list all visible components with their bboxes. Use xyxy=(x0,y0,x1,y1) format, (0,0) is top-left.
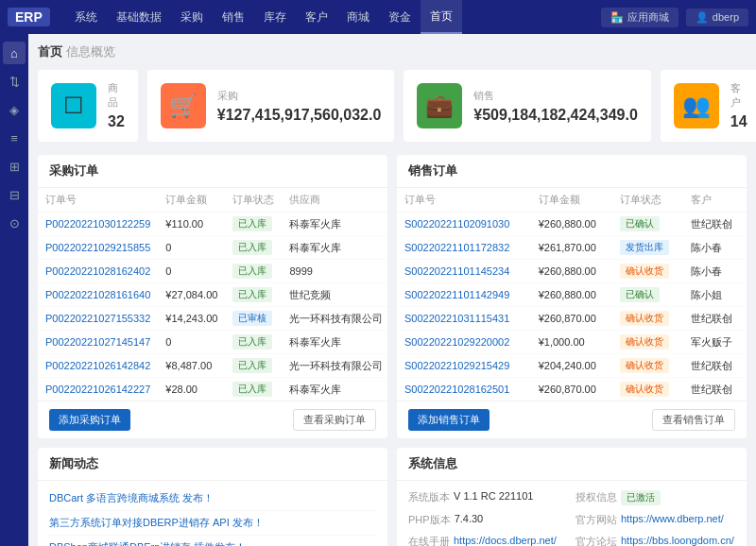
purchase-order-id: P00220221030122259 xyxy=(38,213,158,236)
purchase-col-id: 订单号 xyxy=(38,188,158,213)
sales-order-link[interactable]: S00220221029220002 xyxy=(404,336,509,348)
sidebar-list-icon[interactable]: ≡ xyxy=(3,127,26,149)
purchase-orders-section: 采购订单 订单号 订单金额 订单状态 供应商 P0022 xyxy=(38,155,387,438)
table-row: P00220221026142227 ¥28.00 已入库 科泰军火库 xyxy=(38,378,387,401)
sales-order-status: 发货出库 xyxy=(612,236,684,260)
nav-shop[interactable]: 商城 xyxy=(337,0,379,34)
purchase-order-supplier: 科泰军火库 xyxy=(282,378,387,401)
sidebar-share-icon[interactable]: ⇅ xyxy=(3,70,26,93)
sales-orders-title: 销售订单 xyxy=(397,155,747,188)
nav-base-data[interactable]: 基础数据 xyxy=(107,0,171,34)
purchase-order-status: 已审核 xyxy=(225,307,282,331)
news-link-2[interactable]: 第三方系统订单对接DBERP进销存 API 发布！ xyxy=(49,517,264,528)
purchase-order-id: P00220221027145147 xyxy=(38,331,158,354)
sysinfo-manual-link[interactable]: https://docs.dberp.net/ xyxy=(454,535,557,546)
purchase-order-link[interactable]: P00220221029215855 xyxy=(45,242,150,253)
purchase-col-amount: 订单金额 xyxy=(158,188,225,213)
news-item-1: DBCart 多语言跨境商城系统 发布！ xyxy=(49,486,376,511)
sysinfo-official-label: 官方网站 xyxy=(576,513,617,527)
nav-sales[interactable]: 销售 xyxy=(213,0,254,34)
summary-cards: ☐ 商品 32 🛒 采购 ¥127,415,917,560,032.0 💼 销售… xyxy=(38,70,747,142)
purchase-icon: 🛒 xyxy=(161,83,206,128)
add-sales-btn[interactable]: 添加销售订单 xyxy=(408,409,490,431)
customers-icon: 👥 xyxy=(674,83,719,128)
news-item-2: 第三方系统订单对接DBERP进销存 API 发布！ xyxy=(49,511,376,536)
nav-inventory[interactable]: 库存 xyxy=(254,0,296,34)
sales-order-status: 确认收货 xyxy=(612,260,684,283)
sales-order-link[interactable]: S00220221102091030 xyxy=(404,218,509,230)
purchase-order-id: P00220221028162402 xyxy=(38,260,158,283)
sysinfo-version-value: V 1.1 RC 221101 xyxy=(454,490,533,505)
sales-order-link[interactable]: S00220221101172832 xyxy=(404,242,509,253)
sales-order-status: 确认收货 xyxy=(612,378,684,401)
nav-purchase[interactable]: 采购 xyxy=(171,0,213,34)
purchase-order-link[interactable]: P00220221028162402 xyxy=(45,265,150,277)
view-sales-btn[interactable]: 查看销售订单 xyxy=(652,409,735,431)
store-icon: 🏪 xyxy=(610,11,624,24)
sysinfo-grid: 系统版本 V 1.1 RC 221101 授权信息 已激活 PHP版本 7.4.… xyxy=(397,481,747,546)
sales-orders-table: 订单号 订单金额 订单状态 客户 S00220221102091030 ¥260… xyxy=(397,188,747,401)
sidebar-cart-icon[interactable]: ⊟ xyxy=(3,183,26,206)
sales-order-customer: 世纪联创 xyxy=(683,213,747,236)
sales-order-customer: 世纪联创 xyxy=(683,354,747,378)
status-badge: 已入库 xyxy=(232,264,272,279)
purchase-orders-table-wrap: 订单号 订单金额 订单状态 供应商 P00220221030122259 ¥11… xyxy=(38,188,387,401)
sidebar-search-icon[interactable]: ◈ xyxy=(3,98,26,121)
purchase-order-link[interactable]: P00220221027155332 xyxy=(45,313,150,324)
sales-table-header: 订单号 订单金额 订单状态 客户 xyxy=(397,188,747,213)
sales-order-status: 已确认 xyxy=(612,283,684,307)
purchase-order-link[interactable]: P00220221028161640 xyxy=(45,289,150,300)
purchase-order-amount: 0 xyxy=(158,260,225,283)
nav-system[interactable]: 系统 xyxy=(65,0,107,34)
view-purchase-btn[interactable]: 查看采购订单 xyxy=(293,409,376,431)
table-row: S00220221102091030 ¥260,880.00 已确认 世纪联创 xyxy=(397,213,747,236)
sysinfo-official-link[interactable]: https://www.dberp.net/ xyxy=(621,513,724,527)
table-row: S00220221029220002 ¥1,000.00 确认收货 军火贩子 xyxy=(397,331,747,354)
purchase-order-id: P00220221026142227 xyxy=(38,378,158,401)
table-row: P00220221027145147 0 已入库 科泰军火库 xyxy=(38,331,387,354)
table-row: P00220221028162402 0 已入库 8999 xyxy=(38,260,387,283)
purchase-order-amount: ¥28.00 xyxy=(158,378,225,401)
sales-order-customer: 世纪联创 xyxy=(683,378,747,401)
purchase-order-link[interactable]: P00220221026142227 xyxy=(45,384,150,395)
sysinfo-forum-link[interactable]: https://bbs.loongdom.cn/ xyxy=(621,535,734,546)
nav-finance[interactable]: 资金 xyxy=(379,0,421,34)
purchase-value: ¥127,415,917,560,032.0 xyxy=(217,107,382,124)
purchase-order-supplier: 世纪竞频 xyxy=(282,283,387,307)
sidebar-user-icon[interactable]: ⊙ xyxy=(3,212,26,234)
sales-order-link[interactable]: S00220221028162501 xyxy=(404,384,509,395)
purchase-order-status: 已入库 xyxy=(225,378,282,401)
news-link-3[interactable]: DBShop商城联通DBErp进销存 插件发布！ xyxy=(49,541,246,546)
sales-order-link[interactable]: S00220221101142949 xyxy=(404,289,509,300)
purchase-order-link[interactable]: P00220221027145147 xyxy=(45,336,150,348)
sales-order-link[interactable]: S00220221029215429 xyxy=(404,360,509,371)
app-store-btn[interactable]: 🏪 应用商城 xyxy=(601,8,679,27)
nav-home[interactable]: 首页 xyxy=(421,0,462,34)
nav-customer[interactable]: 客户 xyxy=(296,0,337,34)
sidebar-grid-icon[interactable]: ⊞ xyxy=(3,155,26,178)
sales-orders-table-wrap: 订单号 订单金额 订单状态 客户 S00220221102091030 ¥260… xyxy=(397,188,747,401)
customers-value: 14 xyxy=(730,113,747,130)
purchase-table-header: 订单号 订单金额 订单状态 供应商 xyxy=(38,188,387,213)
user-menu-btn[interactable]: 👤 dberp xyxy=(686,9,748,26)
purchase-label: 采购 xyxy=(217,89,382,103)
page-title: 首页 xyxy=(38,44,62,59)
sales-order-link[interactable]: S00220221031115431 xyxy=(404,313,509,324)
order-sections: 采购订单 订单号 订单金额 订单状态 供应商 P0022 xyxy=(38,155,747,438)
purchase-order-amount: 0 xyxy=(158,331,225,354)
sales-order-amount: ¥260,880.00 xyxy=(531,260,612,283)
purchase-order-amount: ¥110.00 xyxy=(158,213,225,236)
purchase-order-link[interactable]: P00220221030122259 xyxy=(45,218,150,230)
purchase-order-amount: ¥8,487.00 xyxy=(158,354,225,378)
add-purchase-btn[interactable]: 添加采购订单 xyxy=(49,409,130,431)
status-badge: 已确认 xyxy=(620,216,660,231)
purchase-order-link[interactable]: P00220221026142842 xyxy=(45,360,150,371)
news-link-1[interactable]: DBCart 多语言跨境商城系统 发布！ xyxy=(49,492,214,503)
table-row: P00220221030122259 ¥110.00 已入库 科泰军火库 xyxy=(38,213,387,236)
sidebar-home-icon[interactable]: ⌂ xyxy=(3,42,26,64)
sales-order-amount: ¥260,880.00 xyxy=(531,213,612,236)
sales-order-link[interactable]: S00220221101145234 xyxy=(404,265,509,277)
sales-order-id: S00220221029220002 xyxy=(397,331,531,354)
status-badge: 已确认 xyxy=(620,287,660,302)
sales-header-row: 订单号 订单金额 订单状态 客户 xyxy=(397,188,747,213)
